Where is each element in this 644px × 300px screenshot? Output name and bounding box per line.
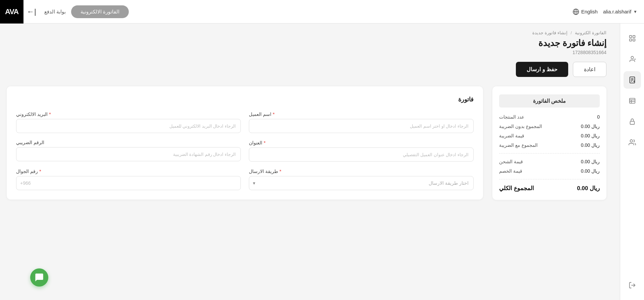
required-star-phone: *: [39, 168, 41, 174]
customer-name-input[interactable]: [249, 119, 474, 133]
form-group-customer-name: * اسم العميل: [249, 111, 474, 133]
invoice-icon: [629, 76, 636, 84]
shipping-label: قيمة الشحن: [499, 159, 523, 164]
tax-label: قيمة الضريبة: [499, 133, 524, 138]
sidebar-item-users[interactable]: [624, 134, 641, 151]
chat-fab-button[interactable]: [30, 268, 48, 287]
svg-rect-5: [629, 39, 631, 41]
summary-row-discount: 0.00 ريال قيمة الخصم: [499, 168, 600, 174]
form-group-tax-number: الرقم الضريبي: [16, 140, 241, 162]
tax-value: 0.00 ريال: [581, 133, 600, 138]
breadcrumb-separator: /: [570, 30, 572, 35]
tax-number-label: الرقم الضريبي: [16, 140, 241, 145]
svg-point-17: [630, 140, 632, 142]
header-center: الفاتورة الالكترونية بوابة الدفع |←: [27, 5, 129, 18]
form-grid: * اسم العميل * البريد الالكتروني: [16, 111, 474, 190]
breadcrumb-part1: الفاتورة الكترونية: [575, 30, 606, 35]
discount-value: 0.00 ريال: [581, 168, 600, 174]
lock-icon: [629, 118, 636, 125]
contacts-icon: [629, 55, 636, 63]
email-input[interactable]: [16, 119, 241, 133]
save-send-button[interactable]: حفظ و ارسال: [516, 62, 568, 77]
svg-rect-12: [629, 98, 635, 103]
sidebar: [620, 24, 644, 300]
grand-total-value: 0.00 ريال: [577, 185, 600, 192]
payment-portal-button[interactable]: بوابة الدفع: [44, 9, 66, 15]
address-label: * العنوان: [249, 140, 474, 145]
svg-rect-4: [633, 36, 635, 38]
address-input[interactable]: [249, 147, 474, 162]
form-group-phone: * رقم الجوال +966: [16, 168, 241, 190]
send-method-label: * طريقة الارسال: [249, 168, 474, 174]
form-group-send-method: * طريقة الارسال اختار طريقة الارسال ▾: [249, 168, 474, 190]
subtotal-label: المجموع بدون الضريبة: [499, 124, 542, 129]
sidebar-item-invoice[interactable]: [624, 71, 641, 89]
summary-row-products: 0 عدد المنتجات: [499, 114, 600, 120]
chat-icon: [35, 273, 44, 282]
required-star: *: [273, 111, 275, 117]
summary-title: ملخص الفاتورة: [499, 94, 600, 108]
form-group-address: * العنوان: [249, 140, 474, 162]
breadcrumb-part2: إنشاء فاتورة جديدة: [532, 30, 567, 35]
svg-rect-3: [629, 36, 631, 38]
required-star-email: *: [49, 111, 51, 117]
products-count-value: 0: [597, 114, 600, 120]
form-group-email: * البريد الالكتروني: [16, 111, 241, 133]
username-label: alia.r.alsharif: [603, 9, 631, 14]
phone-prefix: +966: [20, 180, 31, 186]
form-section-title: فاتورة: [16, 96, 474, 103]
action-buttons: حفظ و ارسال اعادة: [7, 62, 606, 77]
phone-label: * رقم الجوال: [16, 168, 241, 174]
summary-card: ملخص الفاتورة 0 عدد المنتجات 0.00 ريال ا…: [492, 86, 606, 200]
sidebar-item-logout[interactable]: [624, 276, 641, 294]
sidebar-item-table[interactable]: [624, 92, 641, 110]
customer-name-label: * اسم العميل: [249, 111, 474, 117]
invoice-number: 1728808351664: [7, 50, 606, 55]
form-section: فاتورة * اسم العميل * الب: [7, 86, 483, 200]
summary-row-tax: 0.00 ريال قيمة الضريبة: [499, 133, 600, 138]
summary-divider-2: [499, 179, 600, 179]
discount-label: قيمة الخصم: [499, 168, 522, 174]
back-button[interactable]: |←: [27, 7, 36, 16]
top-header: ▼ alia.r.alsharif English الفاتورة الالك…: [0, 0, 644, 24]
table-icon: [629, 97, 636, 104]
sidebar-item-lock[interactable]: [624, 113, 641, 130]
chevron-down-icon: ▼: [633, 9, 637, 14]
svg-point-7: [631, 56, 633, 59]
total-with-tax-value: 0.00 ريال: [581, 142, 600, 148]
two-col-layout: ملخص الفاتورة 0 عدد المنتجات 0.00 ريال ا…: [7, 86, 606, 200]
svg-rect-6: [633, 39, 635, 41]
globe-icon: [573, 8, 579, 15]
breadcrumb: الفاتورة الكترونية / إنشاء فاتورة جديدة: [7, 30, 606, 35]
user-dropdown[interactable]: ▼ alia.r.alsharif: [603, 9, 637, 14]
required-star-send: *: [279, 168, 281, 174]
required-star-address: *: [264, 140, 266, 145]
reset-button[interactable]: اعادة: [573, 62, 606, 77]
main-layout: الفاتورة الكترونية / إنشاء فاتورة جديدة …: [0, 24, 644, 300]
email-label: * البريد الالكتروني: [16, 111, 241, 117]
summary-row-subtotal: 0.00 ريال المجموع بدون الضريبة: [499, 124, 600, 129]
send-method-wrapper: اختار طريقة الارسال ▾: [249, 176, 474, 190]
invoice-nav-button[interactable]: الفاتورة الالكترونية: [71, 5, 129, 18]
language-switch[interactable]: English: [573, 8, 598, 15]
subtotal-value: 0.00 ريال: [581, 124, 600, 129]
phone-input-wrapper: +966: [16, 176, 241, 190]
summary-grand-total-row: 0.00 ريال المجموع الكلي: [499, 185, 600, 192]
tax-number-input[interactable]: [16, 147, 241, 161]
sidebar-item-dashboard[interactable]: [624, 30, 641, 47]
total-with-tax-label: المجموع مع الضريبة: [499, 142, 538, 148]
logout-icon: [629, 282, 636, 289]
sidebar-item-contacts[interactable]: [624, 50, 641, 68]
language-label: English: [581, 9, 598, 14]
page-title-section: إنشاء فاتورة جديدة 1728808351664: [7, 38, 606, 55]
svg-rect-16: [630, 121, 634, 124]
users-icon: [629, 139, 636, 146]
phone-input[interactable]: [16, 176, 241, 190]
summary-row-total-with-tax: 0.00 ريال المجموع مع الضريبة: [499, 142, 600, 148]
send-method-select[interactable]: اختار طريقة الارسال: [249, 176, 474, 190]
dashboard-icon: [629, 35, 636, 42]
shipping-value: 0.00 ريال: [581, 159, 600, 164]
header-left: ▼ alia.r.alsharif English: [573, 8, 637, 15]
summary-divider-1: [499, 153, 600, 154]
summary-row-shipping: 0.00 ريال قيمة الشحن: [499, 159, 600, 164]
